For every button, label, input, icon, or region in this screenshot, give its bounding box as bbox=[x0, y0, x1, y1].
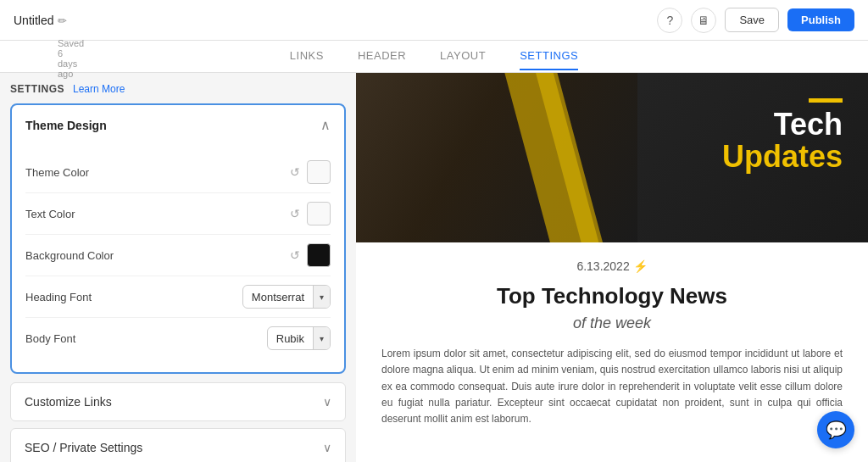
body-font-arrow: ▾ bbox=[313, 327, 330, 349]
reset-theme-color-icon[interactable]: ↺ bbox=[290, 165, 300, 179]
reset-text-color-icon[interactable]: ↺ bbox=[290, 207, 300, 220]
tab-header[interactable]: HEADER bbox=[358, 42, 406, 70]
title-area: Untitled ✏ Saved 6 days ago bbox=[14, 13, 67, 28]
preview-article: 6.13.2022 ⚡ Top Technology News of the w… bbox=[356, 242, 868, 444]
theme-design-card: Theme Design ∧ Theme Color ↺ Text Color … bbox=[10, 103, 346, 374]
article-body: Lorem ipsum dolor sit amet, consectetur … bbox=[381, 346, 843, 427]
body-font-value: Rubik bbox=[268, 332, 313, 345]
help-icon: ? bbox=[667, 14, 674, 27]
background-color-label: Background Color bbox=[25, 249, 114, 262]
site-title: Untitled bbox=[14, 14, 53, 27]
customize-links-row[interactable]: Customize Links ∨ bbox=[11, 383, 345, 420]
banner-updates-label: Updates bbox=[722, 140, 843, 174]
background-color-row: Background Color ↺ bbox=[25, 235, 331, 276]
panel-title: SETTINGS bbox=[10, 83, 64, 95]
collapse-icon: ∧ bbox=[320, 117, 331, 133]
banner-dash bbox=[809, 98, 843, 103]
tab-layout[interactable]: LAYOUT bbox=[440, 42, 486, 70]
text-color-controls: ↺ bbox=[290, 202, 331, 225]
left-panel: SETTINGS Learn More Theme Design ∧ Theme… bbox=[0, 73, 356, 462]
topbar-left: Untitled ✏ Saved 6 days ago bbox=[14, 13, 67, 28]
customize-links-chevron: ∨ bbox=[323, 395, 331, 409]
seo-settings-chevron: ∨ bbox=[323, 441, 331, 454]
nav-tabs: LINKS HEADER LAYOUT SETTINGS bbox=[0, 41, 868, 73]
seo-settings-section: SEO / Private Settings ∨ bbox=[10, 428, 346, 462]
background-color-swatch[interactable] bbox=[307, 243, 331, 267]
topbar-right: ? 🖥 Save Publish bbox=[657, 8, 854, 33]
banner-tech-label: Tech bbox=[722, 109, 843, 140]
theme-color-row: Theme Color ↺ bbox=[25, 152, 331, 193]
seo-settings-title: SEO / Private Settings bbox=[25, 441, 142, 454]
heading-font-value: Montserrat bbox=[243, 291, 313, 303]
main-layout: SETTINGS Learn More Theme Design ∧ Theme… bbox=[0, 73, 868, 462]
theme-color-swatch[interactable] bbox=[307, 160, 331, 184]
preview-content: Tech Updates 6.13.2022 ⚡ Top Technology … bbox=[356, 73, 868, 462]
theme-design-title: Theme Design bbox=[25, 119, 107, 132]
save-button[interactable]: Save bbox=[725, 8, 779, 32]
publish-button[interactable]: Publish bbox=[787, 8, 854, 31]
tab-links[interactable]: LINKS bbox=[290, 42, 324, 70]
body-font-select[interactable]: Rubik ▾ bbox=[267, 326, 331, 350]
topbar: Untitled ✏ Saved 6 days ago ? 🖥 Save Pub… bbox=[0, 0, 868, 41]
help-button[interactable]: ? bbox=[657, 8, 682, 33]
heading-font-arrow: ▾ bbox=[313, 286, 330, 308]
preview-button[interactable]: 🖥 bbox=[691, 8, 716, 33]
panel-header: SETTINGS Learn More bbox=[10, 83, 346, 95]
heading-font-label: Heading Font bbox=[25, 291, 92, 303]
heading-font-select[interactable]: Montserrat ▾ bbox=[242, 285, 331, 309]
banner-text: Tech Updates bbox=[722, 98, 843, 174]
theme-design-body: Theme Color ↺ Text Color ↺ Bac bbox=[12, 145, 344, 372]
text-color-row: Text Color ↺ bbox=[25, 193, 331, 235]
tab-settings[interactable]: SETTINGS bbox=[520, 42, 578, 70]
article-title: Top Technology News bbox=[381, 283, 843, 309]
learn-more-link[interactable]: Learn More bbox=[73, 83, 125, 95]
theme-design-header[interactable]: Theme Design ∧ bbox=[12, 105, 344, 145]
background-color-controls: ↺ bbox=[290, 243, 331, 267]
article-subtitle: of the week bbox=[381, 314, 843, 332]
body-font-row: Body Font Rubik ▾ bbox=[25, 318, 331, 359]
reset-bg-color-icon[interactable]: ↺ bbox=[290, 248, 300, 262]
heading-font-row: Heading Font Montserrat ▾ bbox=[25, 276, 331, 318]
chat-icon: 💬 bbox=[826, 420, 847, 440]
monitor-icon: 🖥 bbox=[698, 14, 709, 27]
preview-banner: Tech Updates bbox=[356, 73, 868, 242]
chat-bubble-button[interactable]: 💬 bbox=[817, 411, 854, 448]
right-preview: Tech Updates 6.13.2022 ⚡ Top Technology … bbox=[356, 73, 868, 462]
edit-icon[interactable]: ✏ bbox=[58, 14, 67, 27]
text-color-label: Text Color bbox=[25, 208, 75, 220]
theme-color-label: Theme Color bbox=[25, 166, 89, 179]
customize-links-section: Customize Links ∨ bbox=[10, 382, 346, 421]
saved-text: Saved 6 days ago bbox=[58, 38, 84, 79]
theme-color-controls: ↺ bbox=[290, 160, 331, 184]
text-color-swatch[interactable] bbox=[307, 202, 331, 225]
body-font-label: Body Font bbox=[25, 332, 75, 345]
seo-settings-row[interactable]: SEO / Private Settings ∨ bbox=[11, 429, 345, 462]
customize-links-title: Customize Links bbox=[25, 395, 112, 409]
article-date: 6.13.2022 ⚡ bbox=[381, 259, 843, 273]
